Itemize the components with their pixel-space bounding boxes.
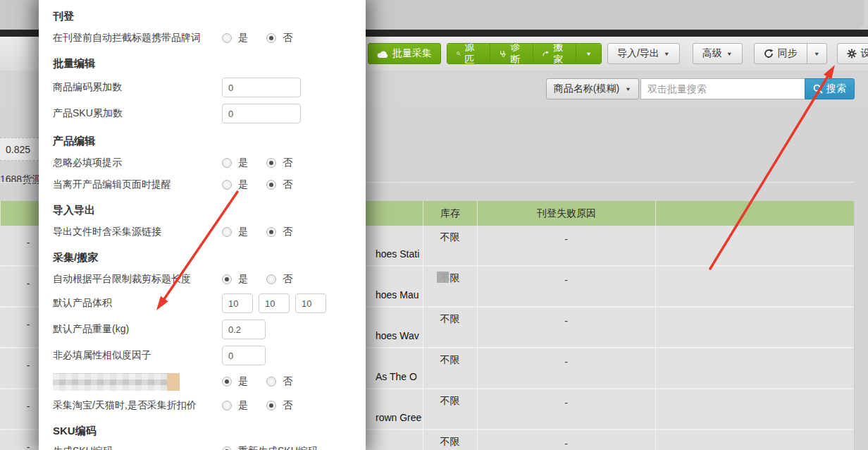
sync-dropdown-button[interactable]: ▼	[807, 43, 827, 64]
batch-collect-button[interactable]: 批量采集	[368, 43, 441, 64]
import-export-button[interactable]: 导入/导出 ▼	[607, 43, 680, 64]
radio-label: 否	[283, 273, 292, 286]
radio-icon[interactable]	[222, 158, 232, 168]
column-header-stock[interactable]: 库存	[423, 201, 477, 226]
ignore-required-no-radio[interactable]: 否	[266, 157, 292, 169]
section-heading-import-export: 导入导出	[53, 204, 352, 217]
gen-sku-label: 生成SKU编码	[53, 445, 222, 450]
ignore-required-label: 忽略必填项提示	[53, 157, 222, 169]
settings-button[interactable]: 设置	[837, 43, 868, 64]
radio-icon[interactable]	[222, 180, 232, 190]
discount-no-radio[interactable]: 否	[266, 399, 292, 412]
search-button[interactable]: 搜索	[805, 78, 855, 99]
radio-icon[interactable]	[222, 274, 232, 284]
search-button-label: 搜索	[826, 83, 846, 95]
fail-reason-value: -	[477, 233, 655, 245]
sync-label: 同步	[778, 47, 798, 60]
search-icon	[813, 84, 823, 94]
chevron-down-icon: ▼	[585, 51, 592, 56]
sku-acc-input[interactable]	[222, 104, 301, 123]
column-header-fail-reason[interactable]: 刊登失败原因	[477, 201, 655, 226]
radio-label: 否	[283, 178, 292, 191]
search-field-selector[interactable]: 商品名称(模糊) ▼	[546, 78, 639, 99]
radio-label: 重新生成SKU编码	[238, 445, 318, 450]
move-button[interactable]: 搬家	[533, 44, 576, 63]
ignore-required-yes-radio[interactable]: 是	[222, 157, 248, 169]
fail-reason-value: -	[477, 356, 655, 367]
radio-icon[interactable]	[222, 227, 232, 237]
import-export-label: 导入/导出	[617, 47, 659, 60]
left-col-value: -	[21, 401, 35, 412]
radio-icon[interactable]	[222, 33, 232, 43]
stock-value: 不限	[423, 313, 477, 326]
chevron-down-icon: ▼	[726, 51, 733, 56]
radio-icon[interactable]	[266, 274, 276, 284]
source-match-label: 货源匹配	[465, 43, 480, 64]
volume-height-input[interactable]	[295, 293, 326, 313]
discount-yes-radio[interactable]: 是	[222, 399, 248, 412]
trim-title-yes-radio[interactable]: 是	[222, 273, 248, 286]
export-source-no-radio[interactable]: 否	[266, 226, 292, 238]
section-heading-batch-edit: 批量编辑	[53, 57, 352, 71]
radio-label: 否	[283, 375, 292, 388]
export-source-yes-radio[interactable]: 是	[222, 226, 248, 238]
advanced-label: 高级	[702, 47, 722, 60]
advanced-button[interactable]: 高级 ▼	[693, 43, 743, 64]
section-heading-sku-code: SKU编码	[53, 425, 352, 438]
radio-icon[interactable]	[266, 227, 276, 237]
product-name: rown Gree	[376, 412, 421, 423]
price-cell-fragment[interactable]: 0.825	[0, 138, 39, 161]
search-input[interactable]	[640, 78, 805, 99]
leave-remind-no-radio[interactable]: 否	[266, 178, 292, 191]
product-name: hoes Stati	[376, 248, 419, 260]
weight-input[interactable]	[222, 320, 266, 339]
source-link-fragment[interactable]: 1688货源	[0, 174, 39, 189]
diagnose-button[interactable]: 诊断	[490, 44, 533, 63]
chevron-down-icon: ▼	[664, 51, 670, 56]
weight-label: 默认产品重量(kg)	[53, 323, 222, 336]
leave-remind-yes-radio[interactable]: 是	[222, 178, 248, 191]
section-heading-collect-move: 采集/搬家	[53, 251, 352, 264]
move-dropdown-button[interactable]: ▼	[576, 44, 601, 63]
radio-icon[interactable]	[222, 446, 232, 450]
censor-patch	[437, 272, 449, 283]
left-col-value: -	[21, 278, 35, 289]
discount-label: 采集淘宝/天猫时,是否采集折扣价	[53, 399, 222, 412]
gen-sku-regenerate-radio[interactable]: 重新生成SKU编码	[222, 445, 318, 450]
fail-reason-value: -	[477, 315, 655, 327]
fail-reason-value: -	[477, 274, 655, 286]
censor-tan-block	[167, 373, 180, 391]
item-code-label: 商品编码累加数	[53, 81, 222, 94]
cloud-upload-icon	[377, 49, 388, 59]
source-match-button[interactable]: 货源匹配	[447, 44, 490, 63]
stock-value: 不限	[423, 231, 477, 244]
volume-width-input[interactable]	[259, 293, 290, 313]
radio-label: 否	[283, 32, 292, 44]
radio-icon[interactable]	[222, 377, 232, 387]
censored-setting-yes-radio[interactable]: 是	[222, 375, 248, 388]
left-col-value: -	[21, 319, 35, 330]
censored-setting-no-radio[interactable]: 否	[266, 375, 292, 388]
radio-icon[interactable]	[266, 180, 276, 190]
radio-icon[interactable]	[222, 401, 232, 411]
radio-label: 否	[283, 157, 292, 169]
section-heading-publish: 刊登	[53, 10, 352, 23]
radio-icon[interactable]	[266, 401, 276, 411]
left-col-value: -	[21, 360, 35, 371]
similarity-input[interactable]	[222, 346, 266, 365]
radio-icon[interactable]	[266, 158, 276, 168]
item-code-input[interactable]	[222, 78, 301, 97]
brand-block-yes-radio[interactable]: 是	[222, 32, 248, 44]
settings-label: 设置	[861, 47, 868, 60]
radio-icon[interactable]	[266, 377, 276, 387]
radio-label: 否	[283, 226, 292, 238]
sync-button[interactable]: 同步	[754, 43, 807, 64]
brand-block-no-radio[interactable]: 否	[266, 32, 292, 44]
leave-remind-label: 当离开产品编辑页面时提醒	[53, 178, 222, 191]
radio-icon[interactable]	[266, 33, 276, 43]
stethoscope-icon	[500, 49, 506, 59]
volume-length-input[interactable]	[222, 293, 253, 313]
fail-reason-value: -	[477, 438, 655, 449]
sync-split-button: 同步 ▼	[754, 43, 827, 64]
trim-title-no-radio[interactable]: 否	[266, 273, 292, 286]
